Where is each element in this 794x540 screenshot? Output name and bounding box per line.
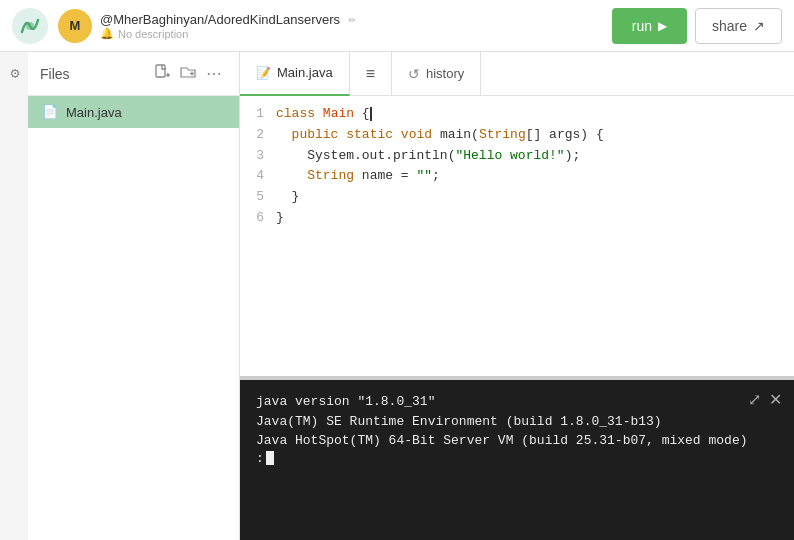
tab-main-label: Main.java [277, 65, 333, 80]
file-icon: 📄 [42, 104, 58, 120]
run-label: run [632, 18, 652, 34]
tab-console[interactable]: ≡ [350, 52, 392, 96]
terminal-line-1: java version "1.8.0_31" [256, 392, 778, 412]
code-line-6: 6 } [240, 208, 794, 229]
terminal-line-2: Java(TM) SE Runtime Environment (build 1… [256, 412, 778, 432]
edit-icon[interactable]: ✏ [348, 11, 356, 27]
site-logo [12, 8, 48, 44]
project-description: 🔔 No description [100, 27, 360, 40]
user-avatar: M [58, 9, 92, 43]
gear-icon[interactable]: ⚙ [10, 64, 19, 83]
add-folder-icon [180, 64, 196, 80]
tab-history[interactable]: ↺ history [392, 52, 481, 96]
sidebar-gear-panel: ⚙ [0, 52, 28, 540]
editor-area: 📝 Main.java ≡ ↺ history 1 class Main { [240, 52, 794, 540]
username: @MherBaghinyan/AdoredKindLanservers [100, 12, 340, 27]
sidebar-title: Files [40, 66, 149, 82]
share-label: share [712, 18, 747, 34]
file-name: Main.java [66, 105, 122, 120]
user-info: @MherBaghinyan/AdoredKindLanservers ✏ 🔔 … [100, 11, 360, 40]
header: M @MherBaghinyan/AdoredKindLanservers ✏ … [0, 0, 794, 52]
code-line-5: 5 } [240, 187, 794, 208]
terminal-toolbar: ⤢ ✕ [748, 390, 782, 409]
terminal: ⤢ ✕ java version "1.8.0_31" Java(TM) SE … [240, 380, 794, 540]
terminal-expand-button[interactable]: ⤢ [748, 390, 761, 409]
run-button[interactable]: run ▶ [612, 8, 687, 44]
code-line-2: 2 public static void main(String[] args)… [240, 125, 794, 146]
add-folder-button[interactable] [175, 62, 201, 86]
console-icon: ≡ [366, 65, 375, 83]
share-icon: ↗ [753, 18, 765, 34]
svg-rect-2 [156, 65, 165, 77]
file-item-main[interactable]: 📄 Main.java [28, 96, 239, 128]
terminal-cursor [266, 451, 274, 465]
code-line-4: 4 String name = ""; [240, 166, 794, 187]
sidebar-header: Files ⋯ [28, 52, 239, 96]
add-file-button[interactable] [149, 62, 175, 86]
terminal-close-button[interactable]: ✕ [769, 390, 782, 409]
file-tab-icon: 📝 [256, 66, 271, 80]
tab-main-java[interactable]: 📝 Main.java [240, 52, 350, 96]
main-area: ⚙ Files [0, 52, 794, 540]
code-line-1: 1 class Main { [240, 104, 794, 125]
history-icon: ↺ [408, 66, 420, 82]
editor-main: 1 class Main { 2 public static void main… [240, 96, 794, 540]
play-icon: ▶ [658, 19, 667, 33]
code-editor: 1 class Main { 2 public static void main… [240, 96, 794, 237]
add-file-icon [154, 64, 170, 80]
bell-icon: 🔔 [100, 27, 114, 40]
more-options-button[interactable]: ⋯ [201, 62, 227, 85]
code-line-3: 3 System.out.println("Hello world!"); [240, 146, 794, 167]
terminal-line-3: Java HotSpot(TM) 64-Bit Server VM (build… [256, 431, 778, 451]
terminal-prompt: : [256, 451, 778, 466]
share-button[interactable]: share ↗ [695, 8, 782, 44]
code-area[interactable]: 1 class Main { 2 public static void main… [240, 96, 794, 376]
svg-point-1 [26, 22, 34, 30]
sidebar: ⚙ Files [0, 52, 240, 540]
prompt-symbol: : [256, 451, 264, 466]
history-label: history [426, 66, 464, 81]
editor-tabs: 📝 Main.java ≡ ↺ history [240, 52, 794, 96]
